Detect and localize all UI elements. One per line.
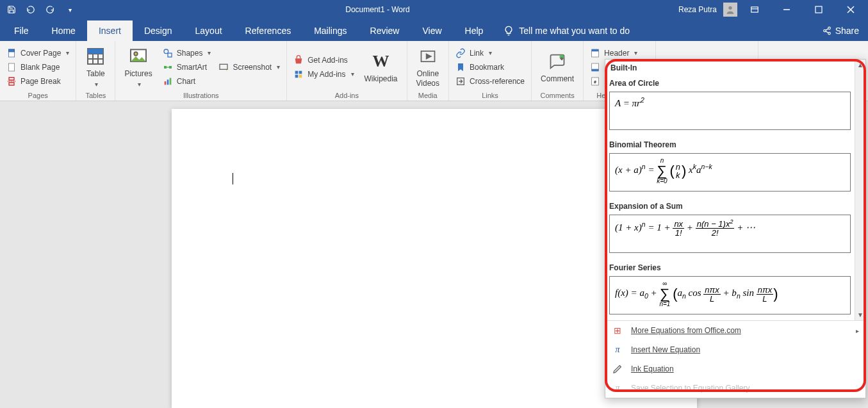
user-name[interactable]: Reza Putra — [675, 5, 721, 14]
close-button[interactable] — [836, 0, 865, 19]
share-icon — [823, 26, 831, 35]
ribbon-options-icon — [750, 5, 759, 14]
window-title: Document1 - Word — [81, 5, 675, 14]
tab-insert[interactable]: Insert — [87, 20, 133, 41]
my-addins-button[interactable]: My Add-ins▾ — [291, 68, 356, 81]
cover-page-icon — [6, 48, 17, 58]
scroll-up-button[interactable]: ▲ — [855, 60, 865, 70]
equation-item-area-label: Area of Circle — [605, 75, 855, 90]
page-number-icon: # — [590, 76, 600, 86]
redo-icon — [45, 5, 54, 14]
shapes-label: Shapes — [177, 49, 203, 58]
wikipedia-button[interactable]: W Wikipedia — [359, 49, 403, 86]
link-button[interactable]: Link▾ — [453, 47, 527, 60]
tab-help[interactable]: Help — [454, 20, 495, 41]
bookmark-button[interactable]: Bookmark — [453, 61, 527, 74]
equation-item-expansion-label: Expansion of a Sum — [605, 198, 855, 213]
equation-item-fourier[interactable]: f(x) = a0 + ∞∑n=1 (an cos nπxL + bn sin … — [609, 276, 851, 314]
cross-reference-button[interactable]: Cross-reference — [453, 75, 527, 88]
header-icon — [590, 48, 600, 58]
user-avatar[interactable] — [723, 3, 737, 17]
online-videos-button[interactable]: Online Videos — [411, 44, 445, 90]
equation-item-area[interactable]: A = πr2 — [609, 92, 851, 130]
minimize-button[interactable] — [772, 0, 801, 19]
svg-rect-33 — [295, 70, 299, 74]
tab-file[interactable]: File — [3, 20, 40, 41]
page-break-button[interactable]: Page Break — [4, 75, 72, 88]
screenshot-label: Screenshot — [233, 63, 272, 72]
lightbulb-icon — [504, 26, 514, 36]
save-selection-label: Save Selection to Equation Gallery... — [631, 384, 756, 393]
svg-rect-30 — [169, 78, 171, 85]
tell-me[interactable]: Tell me what you want to do — [495, 20, 639, 41]
equation-item-binomial[interactable]: (x + a)n = n∑k=0 (nk) xkan−k — [609, 153, 851, 192]
svg-rect-13 — [8, 49, 14, 52]
tab-view[interactable]: View — [411, 20, 453, 41]
qat-customize-button[interactable]: ▾ — [60, 1, 78, 19]
person-icon — [725, 4, 735, 15]
group-comments-label: Comments — [536, 90, 579, 99]
smartart-label: SmartArt — [177, 63, 207, 72]
share-button[interactable]: Share — [814, 20, 868, 41]
tab-design[interactable]: Design — [133, 20, 184, 41]
tab-mailings[interactable]: Mailings — [302, 20, 358, 41]
group-media-label: Media — [411, 90, 445, 99]
get-addins-button[interactable]: Get Add-ins — [291, 54, 356, 67]
ink-icon — [612, 363, 623, 375]
tab-layout[interactable]: Layout — [184, 20, 234, 41]
save-selection-icon: π — [612, 382, 623, 394]
svg-rect-14 — [8, 63, 14, 71]
chart-button[interactable]: Chart — [160, 75, 214, 88]
ribbon-display-button[interactable] — [740, 0, 769, 19]
bookmark-label: Bookmark — [470, 63, 504, 72]
tab-home[interactable]: Home — [40, 20, 87, 41]
save-button[interactable] — [3, 1, 20, 19]
undo-icon — [26, 5, 35, 14]
equation-builtin-header: Built-In — [605, 60, 855, 75]
equation-gallery: Built-In Area of Circle A = πr2 Binomial… — [605, 60, 855, 320]
shapes-button[interactable]: Shapes▾ — [160, 47, 214, 60]
smartart-button[interactable]: SmartArt — [160, 61, 214, 74]
maximize-icon — [815, 6, 823, 13]
comment-button[interactable]: + Comment — [536, 49, 579, 86]
screenshot-button[interactable]: Screenshot▾ — [216, 61, 283, 74]
ribbon-tabs: File Home Insert Design Layout Reference… — [0, 19, 868, 41]
equation-scrollbar[interactable]: ▲ ▼ — [855, 60, 865, 320]
scroll-down-button[interactable]: ▼ — [855, 309, 865, 320]
group-tables: Table ▾ Tables — [76, 41, 115, 101]
link-icon — [455, 48, 466, 58]
table-button[interactable]: Table ▾ — [80, 44, 111, 90]
footer-icon — [590, 62, 600, 72]
svg-rect-35 — [295, 74, 299, 78]
undo-button[interactable] — [22, 1, 40, 19]
group-addins: Get Add-ins My Add-ins▾ W Wikipedia Add-… — [287, 41, 407, 101]
chart-label: Chart — [177, 77, 195, 86]
group-pages: Cover Page▾ Blank Page Page Break Pages — [0, 41, 76, 101]
blank-page-button[interactable]: Blank Page — [4, 61, 72, 74]
svg-point-32 — [226, 70, 227, 70]
header-button[interactable]: Header▾ — [587, 47, 651, 60]
tab-review[interactable]: Review — [359, 20, 411, 41]
equation-actions: ⊞ More Equations from Office.com ▸ π Ins… — [605, 320, 865, 398]
svg-rect-25 — [168, 53, 172, 57]
insert-new-equation-button[interactable]: π Insert New Equation — [605, 340, 865, 359]
minimize-icon — [783, 6, 790, 13]
ink-equation-button[interactable]: Ink Equation — [605, 359, 865, 379]
pictures-button[interactable]: Pictures▾ — [119, 44, 157, 90]
more-equations-button[interactable]: ⊞ More Equations from Office.com ▸ — [605, 321, 865, 340]
group-illustrations-label: Illustrations — [119, 90, 283, 99]
pictures-icon — [128, 46, 149, 67]
group-media: Online Videos Media — [407, 41, 449, 101]
maximize-button[interactable] — [804, 0, 833, 19]
equation-item-expansion[interactable]: (1 + x)n = 1 + nx1! + n(n − 1)x22! + ⋯ — [609, 215, 851, 253]
redo-button[interactable] — [41, 1, 59, 19]
cover-page-button[interactable]: Cover Page▾ — [4, 47, 72, 60]
tab-references[interactable]: References — [234, 20, 303, 41]
blank-page-icon — [6, 62, 17, 72]
store-icon — [293, 55, 304, 65]
wikipedia-label: Wikipedia — [364, 74, 398, 83]
header-label: Header — [604, 49, 629, 58]
formula-fourier: f(x) = a0 + ∞∑n=1 (an cos nπxL + bn sin … — [615, 281, 778, 307]
save-icon — [7, 5, 16, 14]
group-tables-label: Tables — [80, 90, 111, 99]
